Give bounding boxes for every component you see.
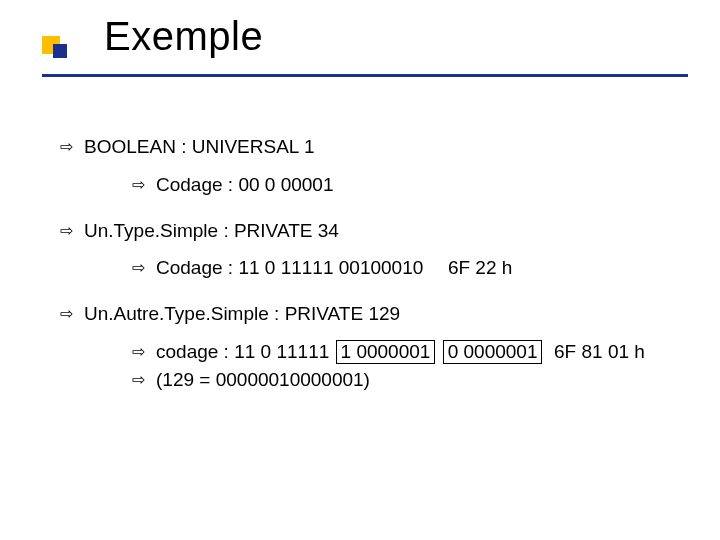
arrow-icon: ⇨: [60, 137, 73, 157]
arrow-icon: ⇨: [132, 370, 145, 390]
boxed-octet-2: 0 0000001: [443, 340, 543, 364]
arrow-icon: ⇨: [60, 304, 73, 324]
sub-bullet-codage-34: ⇨ Codage : 11 0 11111 00100010 6F 22 h: [132, 256, 680, 280]
boxed-octet-1: 1 0000001: [336, 340, 436, 364]
bullet-text: Un.Autre.Type.Simple : PRIVATE 129: [84, 303, 400, 324]
bullet-untypesimple: ⇨ Un.Type.Simple : PRIVATE 34 ⇨ Codage :…: [60, 219, 680, 281]
bullet-text-pre: Codage : 11 0 11111 00100010: [156, 257, 423, 278]
bullet-boolean: ⇨ BOOLEAN : UNIVERSAL 1 ⇨ Codage : 00 0 …: [60, 135, 680, 197]
body-content: ⇨ BOOLEAN : UNIVERSAL 1 ⇨ Codage : 00 0 …: [60, 135, 680, 413]
bullet-text: BOOLEAN : UNIVERSAL 1: [84, 136, 315, 157]
bullet-unautre: ⇨ Un.Autre.Type.Simple : PRIVATE 129 ⇨ c…: [60, 302, 680, 391]
bullet-text: Un.Type.Simple : PRIVATE 34: [84, 220, 339, 241]
sub-bullet-129-binary: ⇨ (129 = 00000010000001): [132, 368, 680, 392]
arrow-icon: ⇨: [60, 221, 73, 241]
bullet-text: (129 = 00000010000001): [156, 369, 370, 390]
sub-bullet-codage-129: ⇨ codage : 11 0 11111 1 0000001 0 000000…: [132, 340, 680, 364]
page-title: Exemple: [104, 14, 263, 59]
arrow-icon: ⇨: [132, 175, 145, 195]
title-underline: [42, 74, 688, 77]
slide: Exemple ⇨ BOOLEAN : UNIVERSAL 1 ⇨ Codage…: [0, 0, 720, 540]
bullet-text-post: 6F 22 h: [448, 257, 512, 278]
accent-square-blue: [53, 44, 67, 58]
sub-bullet-codage-bool: ⇨ Codage : 00 0 00001: [132, 173, 680, 197]
bullet-text: Codage : 00 0 00001: [156, 174, 334, 195]
title-area: Exemple: [42, 14, 700, 72]
arrow-icon: ⇨: [132, 342, 145, 362]
bullet-text-hex: 6F 81 01 h: [554, 341, 645, 362]
arrow-icon: ⇨: [132, 258, 145, 278]
bullet-text-pre: codage : 11 0 11111: [156, 341, 329, 362]
